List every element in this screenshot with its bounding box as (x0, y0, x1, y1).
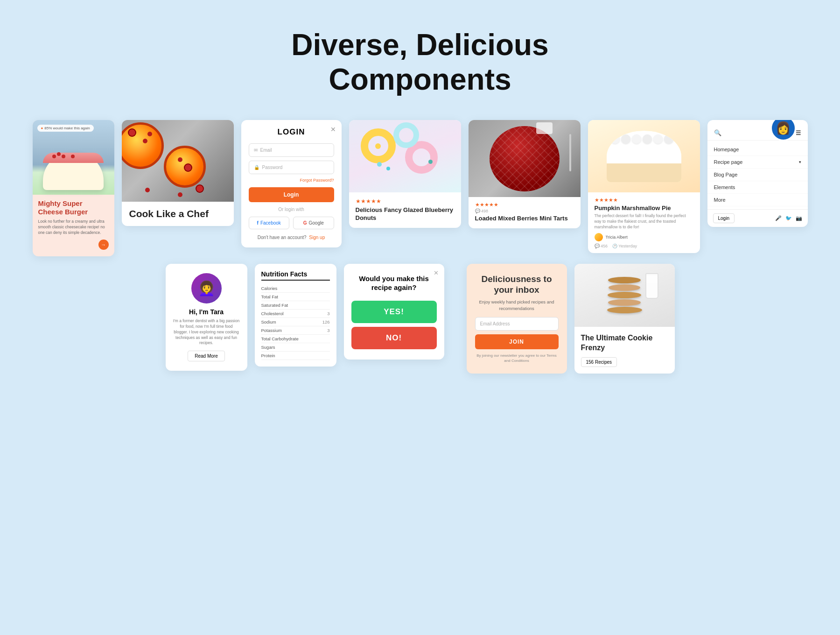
nav-items-list: Homepage Recipe page ▾ Blog Page Element… (707, 141, 808, 209)
fork-visual (569, 134, 571, 171)
read-more-btn[interactable]: Read More (188, 351, 224, 361)
twitter-icon[interactable]: 🐦 (785, 215, 792, 221)
pie-meta: 💬 456 🕐 Yesterday (595, 244, 693, 248)
pie-author-row: Tricia Albert (595, 233, 693, 241)
newsletter-email-field[interactable]: Email Address (475, 317, 559, 331)
lock-icon: 🔒 (254, 165, 259, 170)
newsletter-join-btn[interactable]: JOIN (475, 334, 559, 349)
percent-icon: ● (41, 126, 43, 130)
card-tarts: ★★★★★ 💬 498 Loaded Mixed Berries Mini Ta… (469, 120, 581, 228)
calories-row: Calories (261, 284, 330, 293)
newsletter-title: Deliciousness to your inbox (475, 274, 559, 296)
card-nav: 👩 🔍 ☰ Homepage Recipe page ▾ Blog Page E… (707, 120, 808, 227)
social-login-btns: f Facebook G Google (249, 217, 334, 229)
author-bio: I'm a former dentist with a big passion … (173, 318, 240, 346)
recipes-badge: 156 Recipes (581, 357, 617, 367)
pie-author-name: Tricia Albert (606, 235, 628, 240)
no-btn[interactable]: NO! (351, 327, 437, 349)
sugars-row: Sugars (261, 343, 330, 352)
nav-menu-icon[interactable]: ☰ (796, 129, 801, 136)
google-icon: G (303, 220, 307, 226)
page-title: Diverse, Delicious Components (28, 19, 812, 97)
instagram-icon[interactable]: 📷 (796, 215, 802, 221)
nav-login-btn[interactable]: Login (713, 213, 735, 223)
card-recipe-question: ✕ Would you make this recipe again? YES!… (344, 264, 444, 360)
donuts-image (349, 120, 461, 192)
donuts-stars: ★★★★★ (356, 198, 455, 205)
signup-prompt: Don't have an account? Sign up (249, 235, 334, 240)
newsletter-desc: Enjoy weekly hand picked recipes and rec… (475, 299, 559, 311)
recipe-q-close-btn[interactable]: ✕ (434, 269, 439, 276)
burger-desc: Look no further for a creamy and ultra s… (38, 219, 109, 236)
facebook-login-btn[interactable]: f Facebook (249, 217, 290, 229)
pie-image (588, 120, 700, 192)
cookies-title: The Ultimate Cookie Frenzy (581, 333, 668, 353)
saturated-fat-row: Saturated Fat (261, 301, 330, 310)
microphone-icon[interactable]: 🎤 (775, 215, 782, 221)
cookies-image (574, 264, 675, 327)
total-fat-row: Total Fat (261, 293, 330, 301)
cookie-stack (607, 277, 642, 313)
carbs-row: Total Carbohydrate (261, 335, 330, 343)
pie-author-avatar (595, 233, 603, 241)
card-pie: ★★★★★ Pumpkin Marshmallow Pie The perfec… (588, 120, 700, 253)
card-cookies: The Ultimate Cookie Frenzy 156 Recipes (574, 264, 675, 374)
author-avatar-emoji: 👩‍🦱 (198, 280, 215, 296)
login-email-field[interactable]: ✉ Email (249, 143, 334, 157)
potassium-row: Potassium3 (261, 326, 330, 335)
donuts-title: Delicious Fancy Glazed Blueberry Donuts (356, 206, 455, 222)
login-close-btn[interactable]: ✕ (330, 126, 336, 133)
login-password-field[interactable]: 🔒 Password (249, 161, 334, 174)
burger-arrow-btn[interactable]: → (98, 240, 109, 250)
nav-search-icon[interactable]: 🔍 (714, 129, 721, 136)
nav-item-elements[interactable]: Elements (707, 181, 808, 194)
chef-image (122, 120, 234, 202)
nav-footer: Login 🎤 🐦 📷 (707, 209, 808, 227)
author-avatar: 👩‍🦱 (191, 273, 222, 303)
milk-glass (645, 273, 658, 299)
card-chef: Cook Like a Chef (122, 120, 234, 226)
tarts-comments: 💬 498 (475, 209, 574, 213)
signup-link[interactable]: Sign up (309, 235, 325, 240)
card-donuts: ★★★★★ Delicious Fancy Glazed Blueberry D… (349, 120, 461, 228)
facebook-icon: f (257, 220, 259, 226)
avatar-emoji: 👩 (776, 121, 791, 135)
pie-visual (490, 126, 560, 191)
author-greeting: Hi, I'm Tara (173, 308, 240, 316)
or-divider: Or login with (249, 207, 334, 212)
chef-title: Cook Like a Chef (129, 208, 226, 219)
google-login-btn[interactable]: G Google (293, 217, 334, 229)
card-login: ✕ LOGIN ✉ Email 🔒 Password Forgot Passwo… (241, 120, 342, 247)
nav-item-recipe[interactable]: Recipe page ▾ (707, 156, 808, 169)
cookies-body: The Ultimate Cookie Frenzy 156 Recipes (574, 327, 675, 374)
tarts-stars: ★★★★★ (475, 202, 574, 208)
forgot-password-link[interactable]: Forgot Password? (249, 178, 334, 183)
burger-title: Mighty Super Cheese Burger (38, 199, 109, 216)
pie-stars: ★★★★★ (595, 197, 693, 203)
nav-item-homepage[interactable]: Homepage (707, 143, 808, 156)
nav-item-blog[interactable]: Blog Page (707, 169, 808, 181)
email-icon: ✉ (254, 148, 258, 153)
tarts-image (469, 120, 581, 197)
yes-btn[interactable]: YES! (351, 301, 437, 323)
login-title: LOGIN (249, 127, 334, 137)
pie-title: Pumpkin Marshmallow Pie (595, 205, 693, 212)
card-nutrition: Nutrition Facts Calories Total Fat Satur… (255, 264, 336, 367)
burger-image: ● 85% would make this again (33, 120, 114, 195)
login-submit-btn[interactable]: Login (249, 187, 334, 202)
card-burger: ● 85% would make this again Mighty Super… (33, 120, 114, 256)
rating-badge: ● 85% would make this again (37, 125, 94, 132)
card-author: 👩‍🦱 Hi, I'm Tara I'm a former dentist wi… (166, 264, 247, 371)
nav-social-icons: 🎤 🐦 📷 (775, 215, 802, 221)
donuts-body: ★★★★★ Delicious Fancy Glazed Blueberry D… (349, 192, 461, 228)
protein-row: Protein (261, 352, 330, 360)
card-newsletter: Deliciousness to your inbox Enjoy weekly… (467, 264, 567, 374)
nav-item-more[interactable]: More (707, 194, 808, 206)
row-2: 👩‍🦱 Hi, I'm Tara I'm a former dentist wi… (28, 264, 812, 374)
donut-blue (393, 122, 419, 148)
tarts-title: Loaded Mixed Berries Mini Tarts (475, 215, 574, 223)
pie-body: ★★★★★ Pumpkin Marshmallow Pie The perfec… (588, 192, 700, 253)
nutrition-rows: Calories Total Fat Saturated Fat Cholest… (261, 284, 330, 360)
pie-description: The perfect dessert for fall! I finally … (595, 213, 693, 230)
chef-body: Cook Like a Chef (122, 202, 234, 226)
